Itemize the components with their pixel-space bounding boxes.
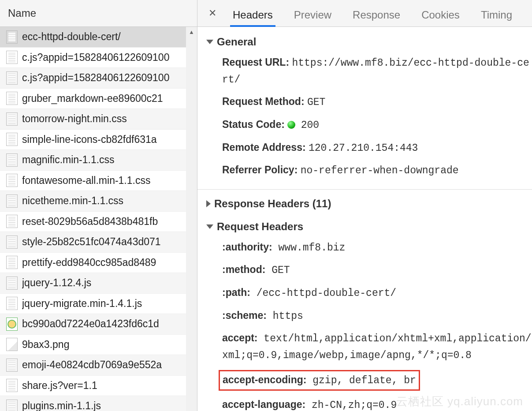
general-section-title: General — [217, 36, 256, 48]
referrer-policy-row: Referrer Policy: no-referrer-when-downgr… — [222, 159, 532, 182]
request-row[interactable]: gruber_markdown-ee89600c21 — [0, 89, 197, 109]
image-file-icon — [6, 338, 18, 351]
response-headers-title: Response Headers (11) — [214, 198, 331, 210]
request-row[interactable]: emoji-4e0824cdb7069a9e552a — [0, 355, 197, 376]
header-key: accept-encoding: — [223, 374, 306, 385]
document-file-icon — [6, 400, 18, 411]
document-file-icon — [6, 112, 18, 126]
request-method-key: Request Method: — [222, 96, 305, 107]
tab-timing[interactable]: Timing — [470, 9, 523, 26]
document-file-icon — [6, 276, 18, 290]
headers-tab-body: General Request URL: https://www.mf8.biz… — [197, 27, 532, 411]
request-headers-list: :authority: www.mf8.biz:method: GET:path… — [206, 236, 532, 411]
request-headers-section: Request Headers :authority: www.mf8.biz:… — [197, 215, 532, 411]
request-url-key: Request URL: — [222, 56, 289, 68]
request-row[interactable]: c.js?appid=15828406122609100 — [0, 68, 197, 89]
request-row[interactable]: jquery-migrate.min-1.4.1.js — [0, 294, 197, 314]
request-row-label: fontawesome-all.min-1.1.css — [22, 175, 150, 187]
general-section-toggle[interactable]: General — [206, 33, 532, 52]
request-row[interactable]: ecc-httpd-double-cert/ — [0, 27, 197, 48]
document-file-icon — [6, 92, 18, 105]
response-headers-section: Response Headers (11) — [197, 192, 532, 215]
header-row: :method: GET — [222, 259, 532, 282]
avatar-icon — [6, 318, 18, 331]
remote-address-row: Remote Address: 120.27.210.154:443 — [222, 137, 532, 160]
referrer-policy-value: no-referrer-when-downgrade — [301, 165, 459, 176]
request-headers-toggle[interactable]: Request Headers — [206, 218, 532, 236]
document-file-icon — [6, 51, 18, 64]
status-code-row: Status Code: 200 — [222, 114, 532, 137]
tab-preview[interactable]: Preview — [283, 9, 342, 26]
tab-cookies[interactable]: Cookies — [411, 9, 470, 26]
request-row[interactable]: bc990a0d7224e0a1423fd6c1d — [0, 314, 197, 335]
general-section: General Request URL: https://www.mf8.biz… — [197, 30, 532, 187]
header-value: text/html,application/xhtml+xml,applicat… — [222, 333, 532, 361]
request-row-label: simple-line-icons-cb82fdf631a — [22, 134, 157, 146]
remote-address-value: 120.27.210.154:443 — [309, 142, 418, 154]
details-panel: ✕ HeadersPreviewResponseCookiesTiming Ge… — [197, 0, 532, 411]
tab-headers[interactable]: Headers — [222, 9, 283, 26]
document-file-icon — [6, 297, 18, 310]
requests-list[interactable]: ecc-httpd-double-cert/c.js?appid=1582840… — [0, 27, 197, 411]
document-file-icon — [6, 133, 18, 146]
header-key: :method: — [222, 264, 265, 275]
document-file-icon — [6, 256, 18, 269]
request-row[interactable]: nicetheme.min-1.1.css — [0, 191, 197, 212]
close-icon: ✕ — [208, 7, 216, 19]
header-value: https — [267, 310, 303, 322]
header-row: accept: text/html,application/xhtml+xml,… — [222, 327, 532, 366]
tab-response[interactable]: Response — [342, 9, 411, 26]
request-row[interactable]: tomorrow-night.min.css — [0, 109, 197, 130]
request-row[interactable]: 9bax3.png — [0, 335, 197, 355]
document-file-icon — [6, 153, 18, 167]
general-kv-list: Request URL: https://www.mf8.biz/ecc-htt… — [206, 52, 532, 182]
document-file-icon — [6, 215, 18, 228]
column-name-label: Name — [8, 7, 36, 19]
status-code-key: Status Code: — [222, 119, 285, 130]
scrollbar[interactable]: ▲ ▼ — [186, 27, 197, 411]
request-row-label: share.js?ver=1.1 — [22, 380, 97, 392]
status-code-value: 200 — [301, 120, 319, 131]
document-file-icon — [6, 71, 18, 85]
request-row[interactable]: magnific.min-1.1.css — [0, 150, 197, 171]
request-row[interactable]: reset-8029b56a5d8438b481fb — [0, 212, 197, 232]
header-key: :scheme: — [222, 310, 267, 321]
request-row[interactable]: c.js?appid=15828406122609100 — [0, 48, 197, 68]
close-details-button[interactable]: ✕ — [203, 0, 222, 26]
request-row[interactable]: style-25b82c51fc0474a43d071 — [0, 232, 197, 253]
request-url-row: Request URL: https://www.mf8.biz/ecc-htt… — [222, 52, 532, 91]
requests-list-header: Name — [0, 0, 197, 27]
request-row-label: c.js?appid=15828406122609100 — [22, 72, 169, 84]
request-row-label: c.js?appid=15828406122609100 — [22, 52, 169, 64]
request-headers-title: Request Headers — [217, 220, 303, 233]
header-row: accept-encoding: gzip, deflate, br — [222, 367, 532, 394]
scroll-up-arrow-icon[interactable]: ▲ — [186, 27, 197, 37]
header-row: :path: /ecc-httpd-double-cert/ — [222, 282, 532, 305]
request-row[interactable]: prettify-edd9840cc985ad8489 — [0, 253, 197, 273]
request-row[interactable]: jquery-1.12.4.js — [0, 273, 197, 294]
chevron-down-icon — [206, 40, 213, 44]
highlighted-header: accept-encoding: gzip, deflate, br — [219, 370, 420, 391]
header-row: :scheme: https — [222, 305, 532, 328]
request-row-label: emoji-4e0824cdb7069a9e552a — [22, 359, 162, 371]
request-row[interactable]: fontawesome-all.min-1.1.css — [0, 171, 197, 191]
header-value: /ecc-httpd-double-cert/ — [250, 288, 396, 299]
status-ok-icon — [287, 121, 295, 129]
request-row-label: style-25b82c51fc0474a43d071 — [22, 236, 161, 248]
request-row[interactable]: simple-line-icons-cb82fdf631a — [0, 130, 197, 150]
response-headers-toggle[interactable]: Response Headers (11) — [206, 195, 532, 213]
header-row: :authority: www.mf8.biz — [222, 236, 532, 259]
request-row-label: 9bax3.png — [22, 339, 69, 351]
document-file-icon — [6, 194, 18, 208]
header-key: accept-language: — [222, 399, 305, 410]
request-row[interactable]: plugins.min-1.1.js — [0, 396, 197, 411]
header-value: www.mf8.biz — [272, 242, 346, 254]
chevron-right-icon — [206, 200, 211, 207]
header-value: gzip, deflate, br — [306, 375, 416, 386]
document-file-icon — [6, 30, 18, 44]
header-value: zh-CN,zh;q=0.9 — [305, 400, 397, 411]
request-row-label: reset-8029b56a5d8438b481fb — [22, 216, 158, 228]
request-row[interactable]: share.js?ver=1.1 — [0, 376, 197, 396]
request-row-label: gruber_markdown-ee89600c21 — [22, 93, 163, 105]
header-value: GET — [265, 265, 290, 276]
